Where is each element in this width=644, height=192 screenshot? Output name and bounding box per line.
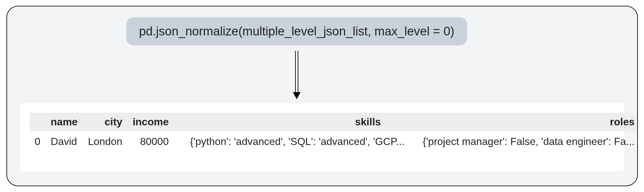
output-table: name city income skills roles 0 David Lo… <box>30 113 638 152</box>
cell-city: London <box>83 131 128 152</box>
cell-income: 80000 <box>128 131 174 152</box>
arrow-down-icon <box>292 51 302 99</box>
cell-skills: {'python': 'advanced', 'SQL': 'advanced'… <box>174 131 410 152</box>
col-index <box>30 113 46 131</box>
cell-index: 0 <box>30 131 46 152</box>
figure-card: pd.json_normalize(multiple_level_json_li… <box>6 6 638 186</box>
col-name: name <box>45 113 83 131</box>
svg-marker-2 <box>293 92 301 99</box>
table-row: 0 David London 80000 {'python': 'advance… <box>30 131 638 152</box>
col-city: city <box>83 113 128 131</box>
cell-roles: {'project manager': False, 'data enginee… <box>410 131 638 152</box>
table-header-row: name city income skills roles <box>30 113 638 131</box>
code-snippet: pd.json_normalize(multiple_level_json_li… <box>126 17 467 45</box>
output-table-panel: name city income skills roles 0 David Lo… <box>20 103 624 171</box>
col-roles: roles <box>410 113 638 131</box>
cell-name: David <box>45 131 83 152</box>
col-income: income <box>128 113 174 131</box>
col-skills: skills <box>174 113 410 131</box>
